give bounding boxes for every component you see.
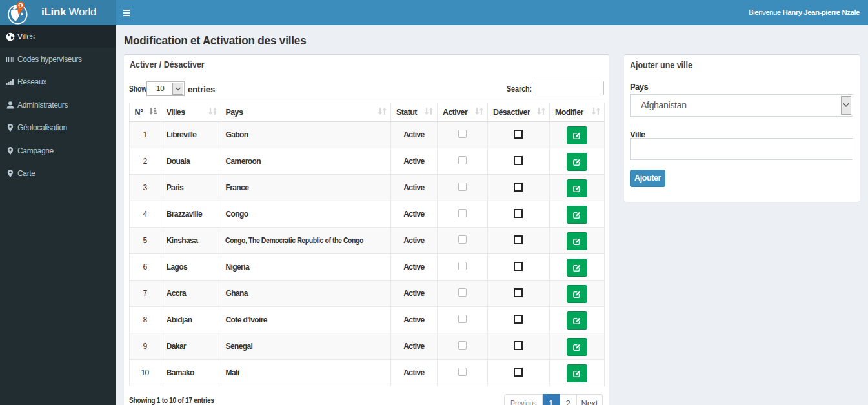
svg-text:$: $: [19, 3, 22, 8]
